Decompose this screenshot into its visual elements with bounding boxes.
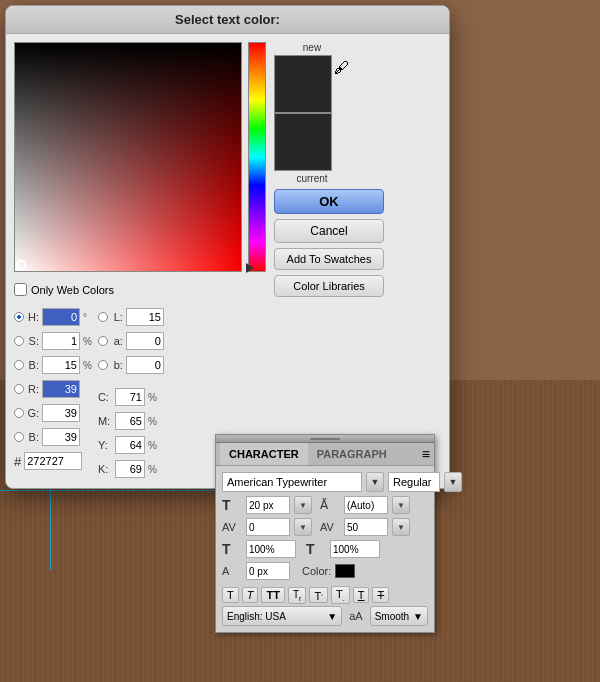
leading-icon: A̋ <box>320 498 340 512</box>
cancel-button[interactable]: Cancel <box>274 219 384 243</box>
type-btn-italic[interactable]: T <box>242 587 259 603</box>
green-input[interactable] <box>42 404 80 422</box>
cmyk-c-input[interactable] <box>115 388 145 406</box>
font-size-dropdown[interactable]: ▼ <box>294 496 312 514</box>
preview-new-color[interactable] <box>274 55 332 113</box>
type-btn-regular[interactable]: T <box>222 587 239 603</box>
type-btn-superscript[interactable]: T, <box>309 587 328 604</box>
cmyk-k-unit: % <box>148 464 157 475</box>
lab-l-row: L: <box>98 306 164 328</box>
lab-a-label: a: <box>111 335 123 347</box>
brightness-label: B: <box>27 359 39 371</box>
dialog-body: Only Web Colors H: ° S: <box>6 34 449 488</box>
panel-menu-icon[interactable]: ≡ <box>422 446 430 462</box>
leading-dropdown[interactable]: ▼ <box>392 496 410 514</box>
green-radio[interactable] <box>14 408 24 418</box>
font-size-input[interactable] <box>246 496 290 514</box>
kerning-dropdown[interactable]: ▼ <box>294 518 312 536</box>
saturation-input[interactable] <box>42 332 80 350</box>
gradient-cursor <box>16 260 26 270</box>
panel-tab-bar: CHARACTER PARAGRAPH ≡ <box>216 443 434 466</box>
color-libraries-button[interactable]: Color Libraries <box>274 275 384 297</box>
color-area-row <box>14 42 266 272</box>
size-leading-row: T ▼ A̋ ▼ <box>222 496 428 514</box>
saturation-unit: % <box>83 336 92 347</box>
hue-radio[interactable] <box>14 312 24 322</box>
cmyk-k-row: K: % <box>98 458 164 480</box>
hex-input[interactable] <box>24 452 82 470</box>
cmyk-k-input[interactable] <box>115 460 145 478</box>
hex-symbol: # <box>14 454 21 469</box>
baseline-color-row: A Color: <box>222 562 428 580</box>
kerning-icon: AV <box>222 521 242 533</box>
language-selector[interactable]: English: USA ▼ <box>222 606 342 626</box>
language-label: English: USA <box>227 611 286 622</box>
brightness-row: B: % <box>14 354 92 376</box>
h-scale-input[interactable] <box>246 540 296 558</box>
tracking-icon: AV <box>320 521 340 533</box>
red-input[interactable] <box>42 380 80 398</box>
color-gradient-picker[interactable] <box>14 42 242 272</box>
hue-input[interactable] <box>42 308 80 326</box>
lab-a-input[interactable] <box>126 332 164 350</box>
left-column: Only Web Colors H: ° S: <box>14 42 266 480</box>
hue-cursor <box>246 263 254 273</box>
cmyk-m-input[interactable] <box>115 412 145 430</box>
leading-input[interactable] <box>344 496 388 514</box>
cmyk-y-row: Y: % <box>98 434 164 456</box>
type-btn-subscript[interactable]: T. <box>331 586 350 604</box>
type-btn-underline[interactable]: T <box>353 587 370 603</box>
cmyk-m-row: M: % <box>98 410 164 432</box>
type-btn-strikethrough[interactable]: T <box>372 587 389 603</box>
cmyk-c-unit: % <box>148 392 157 403</box>
tracking-dropdown[interactable]: ▼ <box>392 518 410 536</box>
tracking-input[interactable] <box>344 518 388 536</box>
hue-slider[interactable] <box>248 42 266 272</box>
font-family-dropdown[interactable]: ▼ <box>366 472 384 492</box>
red-radio[interactable] <box>14 384 24 394</box>
cmyk-c-row: C: % <box>98 386 164 408</box>
type-btn-bold[interactable]: TT <box>261 587 284 603</box>
color-label: Color: <box>302 565 331 577</box>
color-swatch[interactable] <box>335 564 355 578</box>
hue-label: H: <box>27 311 39 323</box>
lab-a-radio[interactable] <box>98 336 108 346</box>
lab-b-radio[interactable] <box>98 360 108 370</box>
lab-b-label: b: <box>111 359 123 371</box>
saturation-radio[interactable] <box>14 336 24 346</box>
blue-input[interactable] <box>42 428 80 446</box>
scale-row: T T <box>222 540 428 558</box>
h-scale-icon: T <box>222 541 242 557</box>
font-style-input[interactable] <box>388 472 440 492</box>
tab-character[interactable]: CHARACTER <box>220 443 308 465</box>
baseline-input[interactable] <box>246 562 290 580</box>
brightness-radio[interactable] <box>14 360 24 370</box>
smooth-selector[interactable]: Smooth ▼ <box>370 606 428 626</box>
type-btn-small-caps[interactable]: Tr <box>288 587 306 604</box>
lab-inputs: L: a: b: <box>98 306 164 480</box>
brightness-unit: % <box>83 360 92 371</box>
add-swatches-button[interactable]: Add To Swatches <box>274 248 384 270</box>
ok-button[interactable]: OK <box>274 189 384 214</box>
lab-l-radio[interactable] <box>98 312 108 322</box>
smooth-label: Smooth <box>375 611 409 622</box>
font-style-dropdown[interactable]: ▼ <box>444 472 462 492</box>
blue-radio[interactable] <box>14 432 24 442</box>
blue-row: B: <box>14 426 92 448</box>
lab-l-input[interactable] <box>126 308 164 326</box>
v-scale-input[interactable] <box>330 540 380 558</box>
kerning-input[interactable] <box>246 518 290 536</box>
cmyk-m-label: M: <box>98 415 112 427</box>
web-colors-checkbox[interactable] <box>14 283 27 296</box>
tab-paragraph[interactable]: PARAGRAPH <box>308 443 396 465</box>
grip-indicator <box>310 438 340 440</box>
cmyk-y-input[interactable] <box>115 436 145 454</box>
eyedropper-icon[interactable]: 🖋 <box>334 59 350 76</box>
lab-b-input[interactable] <box>126 356 164 374</box>
right-column: new 🖋 current OK Cancel Add To Swatches … <box>274 42 384 480</box>
preview-current-color[interactable] <box>274 113 332 171</box>
language-dropdown-arrow: ▼ <box>327 611 337 622</box>
brightness-input[interactable] <box>42 356 80 374</box>
cmyk-y-unit: % <box>148 440 157 451</box>
font-family-input[interactable] <box>222 472 362 492</box>
